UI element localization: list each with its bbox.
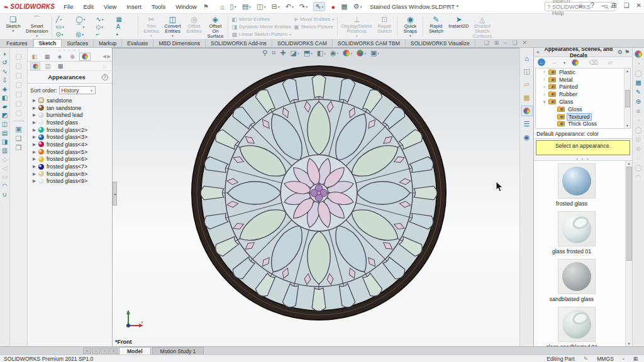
redo-button[interactable]: ↷▾ (299, 3, 308, 11)
login-user-icon[interactable]: ☺ (577, 2, 584, 9)
doc-restore-button[interactable]: ❏ (512, 40, 517, 46)
file-properties-button[interactable]: ▦ (341, 3, 347, 11)
tab-solidworks-cam[interactable]: SOLIDWORKS CAM (272, 39, 333, 47)
scroll-down-icon[interactable]: ▼ (626, 124, 629, 128)
list-item[interactable]: ▶frosted glass (28, 119, 112, 126)
toolbar-icon[interactable]: ◯ (635, 164, 641, 171)
last-study-icon[interactable]: » (109, 348, 118, 354)
back-button[interactable]: ← (538, 58, 545, 66)
tags-icon[interactable]: ⊞ (633, 356, 638, 362)
spline-tool-button[interactable]: ∿▾ (96, 16, 114, 23)
toolbar-icon[interactable]: ◌ (636, 155, 640, 162)
expander-icon[interactable]: ▶ (33, 106, 36, 111)
instant2d-button[interactable]: ➤ Instant2D (447, 14, 470, 39)
layout-button[interactable]: ⊞ (611, 2, 616, 9)
view-decals-button[interactable]: ◫ (43, 62, 53, 70)
list-item[interactable]: ▶frosted glass<8> (28, 170, 112, 178)
expander-icon[interactable]: ▶ (33, 134, 36, 140)
fillet-tool-button[interactable]: ⌐ (96, 31, 114, 38)
toolbar-icon[interactable]: ◔ (636, 60, 640, 67)
untrim-surface-icon[interactable]: ◇ (3, 156, 8, 163)
list-item[interactable]: ▶frosted glass<9> (28, 178, 112, 185)
move-entities-button[interactable]: ✛Move Entities▾ (294, 16, 334, 23)
expander-icon[interactable]: ▶ (33, 164, 36, 169)
smart-dimension-button[interactable]: ⌒ Smart Dimension ▾ (24, 14, 50, 39)
knit-surface-icon[interactable]: ◁ (3, 165, 8, 172)
expander-icon[interactable]: ∨ (542, 99, 547, 104)
list-item[interactable]: ▶frosted glass<6> (28, 156, 112, 163)
instant3d-icon[interactable]: ▣ (15, 126, 21, 133)
expander-icon[interactable]: ▶ (33, 98, 36, 103)
list-item[interactable]: frosted glass (539, 163, 614, 207)
line-tool-button[interactable]: ╱▾ (55, 16, 74, 23)
view-orientation-icon[interactable]: ⬒▾ (304, 49, 313, 57)
restore-button[interactable]: ❏ (624, 2, 630, 9)
list-item[interactable]: sandblasted glass (539, 259, 614, 302)
toolbar-icon[interactable]: ◙ (636, 107, 640, 114)
menu-window[interactable]: Window (175, 3, 197, 10)
edit-appearance-icon[interactable]: ✎ (636, 89, 641, 96)
scrollbar-thumb[interactable] (625, 90, 630, 107)
tree-item-plastic[interactable]: ›Plastic (536, 69, 630, 76)
menu-tools[interactable]: Tools (152, 3, 165, 10)
planar-surface-icon[interactable]: ◧ (2, 94, 8, 101)
appearances-home-icon[interactable] (572, 59, 579, 66)
list-item[interactable]: ▶sandstone (28, 97, 112, 104)
history-caret-icon[interactable]: ▾ (564, 60, 565, 65)
solidworks-resources-tab[interactable]: ⌂ (521, 53, 533, 63)
section-view-icon[interactable]: ◪▾ (290, 49, 299, 57)
panel-grip[interactable]: • • • • • (28, 48, 112, 52)
convert-entities-button[interactable]: ◫ Convert Entities ▾ (162, 14, 183, 39)
expander-icon[interactable]: › (542, 85, 547, 89)
tab-scroll-right-icon[interactable]: ▶ (108, 54, 111, 59)
display-delete-relations-button[interactable]: ⊥ Display/Delete Relations ▾ (340, 14, 374, 39)
appearances-scenes-decals-tab[interactable] (521, 106, 533, 116)
open-button[interactable]: ▤▾ (242, 3, 251, 11)
appearance-thumbnail[interactable] (558, 259, 596, 294)
doc-minimize-button[interactable]: – (504, 40, 507, 46)
offset-entities-button[interactable]: ◎ Offset Entities (183, 14, 204, 39)
doc-window-icon-1[interactable]: ❏ (484, 40, 489, 46)
list-item[interactable]: ▶frosted glass<7> (28, 163, 112, 170)
tree-item-painted[interactable]: ›Painted (536, 84, 630, 91)
custom-properties-tab[interactable]: ☰ (521, 119, 533, 129)
arc-tool-button[interactable]: ⌒▾ (75, 23, 94, 31)
design-library-tab[interactable]: ◫ (521, 66, 533, 77)
rapid-sketch-button[interactable]: ✎ Rapid Sketch (425, 14, 447, 39)
appearance-thumbnail[interactable] (558, 211, 596, 246)
extend-surface-icon[interactable]: ◨ (2, 138, 8, 145)
tab-mbd-dimensions[interactable]: MBD Dimensions (153, 39, 206, 47)
expander-icon[interactable]: › (542, 92, 547, 97)
graphics-area[interactable]: ⚲ ⌗ ✚ ◪▾ ⬒▾ ◧▾ ◉▾ ▾ ▾ ▣▾ (113, 48, 519, 346)
displaymanager-tab[interactable] (79, 53, 91, 61)
collapse-pane-icon[interactable]: « (536, 49, 540, 55)
tab-markup[interactable]: Markup (94, 39, 122, 47)
repair-sketch-button[interactable]: ⊡ Repair Sketch (374, 14, 395, 39)
open-folder-icon[interactable]: ▱ (608, 59, 613, 66)
doc-window-icon-2[interactable]: ⊞ (494, 40, 499, 46)
rose-window-sketch[interactable] (189, 63, 448, 322)
trim-surface-icon[interactable]: ▥ (2, 147, 8, 154)
units-text[interactable]: MMGS (597, 356, 614, 362)
swept-surface-icon[interactable]: ◗ (3, 50, 6, 57)
tab-surfaces[interactable]: Surfaces (62, 39, 94, 47)
pane-splitter[interactable]: • • • (534, 156, 632, 161)
propertymanager-tab[interactable]: ▦ (42, 53, 53, 61)
view-settings-icon[interactable]: ▣▾ (370, 49, 379, 57)
tab-motion-study-1[interactable]: Motion Study 1 (152, 347, 204, 354)
toolbar-icon[interactable]: ⊚ (636, 145, 641, 152)
help-circle-icon[interactable]: ? (102, 74, 108, 80)
tab-solidworks-visualize[interactable]: SOLIDWORKS Visualize (406, 39, 475, 47)
expander-icon[interactable]: ▶ (33, 156, 36, 162)
boundary-surface-icon[interactable]: ⇩ (2, 77, 7, 84)
tree-item-rubber[interactable]: ›Rubber (536, 90, 630, 98)
tree-item-glass[interactable]: ∨Glass (536, 98, 630, 106)
ghost-cube-icon[interactable]: ▢ (15, 72, 21, 79)
panel-collapse-handle[interactable]: ◂ (113, 182, 117, 206)
solidworks-forum-tab[interactable]: ◉ (521, 132, 533, 143)
tab-sketch[interactable]: Sketch (33, 39, 62, 47)
linear-sketch-pattern-button[interactable]: ▦Linear Sketch Pattern▾ (231, 31, 291, 38)
display-style-icon[interactable]: ◧▾ (317, 49, 326, 57)
tab-model[interactable]: Model (119, 347, 151, 354)
prev-study-icon[interactable]: ‹ (92, 348, 100, 354)
